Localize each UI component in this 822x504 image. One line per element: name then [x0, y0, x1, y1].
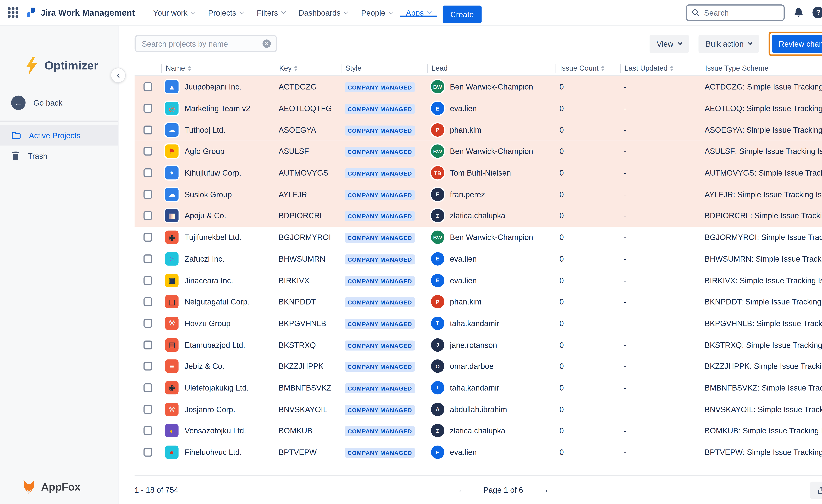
project-table-body: ▲ Juupobejani Inc. ACTDGZG COMPANY MANAG…	[135, 76, 822, 463]
nav-projects[interactable]: Projects	[202, 8, 250, 17]
lead-avatar: P	[431, 295, 444, 308]
project-name-cell[interactable]: ☺ Zafuczi Inc.	[161, 252, 275, 265]
column-header-issue-count[interactable]: Issue Count	[555, 64, 620, 72]
clear-search-icon[interactable]: ✕	[263, 39, 271, 48]
row-checkbox[interactable]	[143, 147, 152, 156]
table-row: ▤ Nelgutagaful Corp. BKNPDDT COMPANY MAN…	[135, 291, 822, 313]
export-button[interactable]: Export	[810, 481, 822, 499]
main-panel: Search projects by name ✕ View Bulk acti…	[118, 26, 822, 504]
row-checkbox[interactable]	[143, 233, 152, 242]
lead-avatar: Z	[431, 424, 444, 437]
project-name-cell[interactable]: ⚒ Josjanro Corp.	[161, 403, 275, 416]
product-title: Jira Work Management	[41, 8, 135, 18]
issue-count: 0	[555, 362, 620, 371]
previous-page-arrow[interactable]: ←	[457, 484, 467, 496]
row-checkbox[interactable]	[143, 362, 152, 371]
create-button[interactable]: Create	[443, 6, 481, 23]
next-page-arrow[interactable]: →	[540, 484, 549, 496]
project-name-cell[interactable]: ◐ Vensazofojku Ltd.	[161, 424, 275, 437]
row-checkbox[interactable]	[143, 340, 152, 349]
lead-name: eva.lien	[450, 104, 477, 113]
column-header-key[interactable]: Key	[275, 64, 341, 72]
nav-dashboards[interactable]: Dashboards	[293, 8, 354, 17]
project-name-cell[interactable]: ● Fiheluohvuc Ltd.	[161, 446, 275, 459]
row-checkbox[interactable]	[143, 319, 152, 328]
project-name: Tuthooj Ltd.	[184, 125, 226, 134]
project-name-cell[interactable]: ⚒ Hovzu Group	[161, 317, 275, 330]
lead-name: fran.perez	[450, 190, 485, 199]
row-checkbox[interactable]	[143, 276, 152, 285]
nav-filters[interactable]: Filters	[251, 8, 291, 17]
project-name: Uletefojakukig Ltd.	[184, 383, 249, 392]
table-row: ≡ Jebiz & Co. BKZZJHPPK COMPANY MANAGED …	[135, 356, 822, 377]
column-header-name[interactable]: Name	[161, 64, 275, 72]
row-checkbox[interactable]	[143, 104, 152, 113]
global-search-placeholder: Search	[704, 8, 729, 17]
project-name-cell[interactable]: ▤ Nelgutagaful Corp.	[161, 295, 275, 308]
project-name-cell[interactable]: ☁ Tuthooj Ltd.	[161, 123, 275, 136]
project-name-cell[interactable]: ▲ Juupobejani Inc.	[161, 80, 275, 93]
sort-icon	[295, 65, 298, 71]
lead-name: zlatica.chalupka	[450, 426, 505, 435]
lead-avatar: BW	[431, 145, 444, 158]
bulk-action-dropdown-button[interactable]: Bulk action	[698, 35, 759, 52]
nav-people[interactable]: People	[355, 8, 399, 17]
project-name: Josjanro Corp.	[184, 405, 235, 414]
nav-apps[interactable]: Apps	[400, 8, 437, 17]
lead-cell: P phan.kim	[427, 295, 555, 308]
project-name-cell[interactable]: ≡ Jebiz & Co.	[161, 360, 275, 373]
project-name-cell[interactable]: ▤ Etamubazjod Ltd.	[161, 338, 275, 351]
project-name-cell[interactable]: ✦ Kihujlufuw Corp.	[161, 166, 275, 179]
last-updated: -	[620, 297, 701, 306]
sidebar-item-trash[interactable]: Trash	[0, 146, 118, 166]
jira-logo[interactable]: Jira Work Management	[25, 7, 135, 18]
project-name-cell[interactable]: ◉ Tujifunekbel Ltd.	[161, 231, 275, 244]
row-checkbox[interactable]	[143, 383, 152, 392]
project-avatar: ☁	[165, 123, 178, 136]
lead-name: Ben Warwick-Champion	[450, 233, 533, 242]
row-checkbox[interactable]	[143, 254, 152, 263]
app-switcher-icon[interactable]	[8, 7, 18, 18]
go-back-button[interactable]: ← Go back	[11, 96, 118, 110]
sidebar-collapse-button[interactable]	[111, 68, 125, 83]
review-changes-button[interactable]: Review changes 7	[772, 35, 822, 52]
nav-your-work[interactable]: Your work	[147, 8, 201, 17]
lead-name: phan.kim	[450, 297, 481, 306]
global-search-input[interactable]: Search	[686, 4, 785, 21]
column-header-last-updated[interactable]: Last Updated	[620, 64, 701, 72]
row-checkbox[interactable]	[143, 168, 152, 177]
row-checkbox[interactable]	[143, 190, 152, 199]
lead-name: abdullah.ibrahim	[450, 405, 507, 414]
row-checkbox[interactable]	[143, 448, 152, 457]
view-dropdown-button[interactable]: View	[650, 35, 689, 52]
project-name: Tujifunekbel Ltd.	[184, 233, 242, 242]
project-name-cell[interactable]: ⚑ Agfo Group	[161, 145, 275, 158]
appfox-fox-icon	[21, 479, 37, 495]
notifications-bell-icon[interactable]	[793, 7, 804, 18]
issue-count: 0	[555, 254, 620, 263]
project-key: BKPGVHNLB	[275, 319, 341, 328]
project-name-cell[interactable]: ▥ Apoju & Co.	[161, 209, 275, 222]
sort-icon	[670, 65, 674, 71]
chevron-down-icon	[281, 9, 286, 14]
row-checkbox[interactable]	[143, 405, 152, 414]
issue-count: 0	[555, 340, 620, 349]
last-updated: -	[620, 426, 701, 435]
project-name-cell[interactable]: ◉ Uletefojakukig Ltd.	[161, 381, 275, 394]
row-checkbox[interactable]	[143, 426, 152, 435]
project-name-cell[interactable]: ◎ Marketing Team v2	[161, 102, 275, 115]
row-checkbox[interactable]	[143, 125, 152, 134]
sidebar-item-active-projects[interactable]: Active Projects	[0, 125, 118, 146]
style-badge: COMPANY MANAGED	[345, 147, 415, 157]
project-search-input[interactable]: Search projects by name ✕	[135, 35, 277, 52]
help-icon[interactable]: ?	[812, 7, 822, 18]
issue-type-scheme: BOMKUB: Simple Issue Tracking Is...	[701, 426, 822, 435]
row-checkbox[interactable]	[143, 82, 152, 91]
issue-count: 0	[555, 82, 620, 91]
folder-icon	[11, 131, 21, 140]
project-name-cell[interactable]: ☁ Susiok Group	[161, 188, 275, 201]
row-checkbox[interactable]	[143, 211, 152, 220]
row-checkbox[interactable]	[143, 297, 152, 306]
project-name-cell[interactable]: ▣ Jinaceara Inc.	[161, 274, 275, 287]
lead-cell: BW Ben Warwick-Champion	[427, 231, 555, 244]
